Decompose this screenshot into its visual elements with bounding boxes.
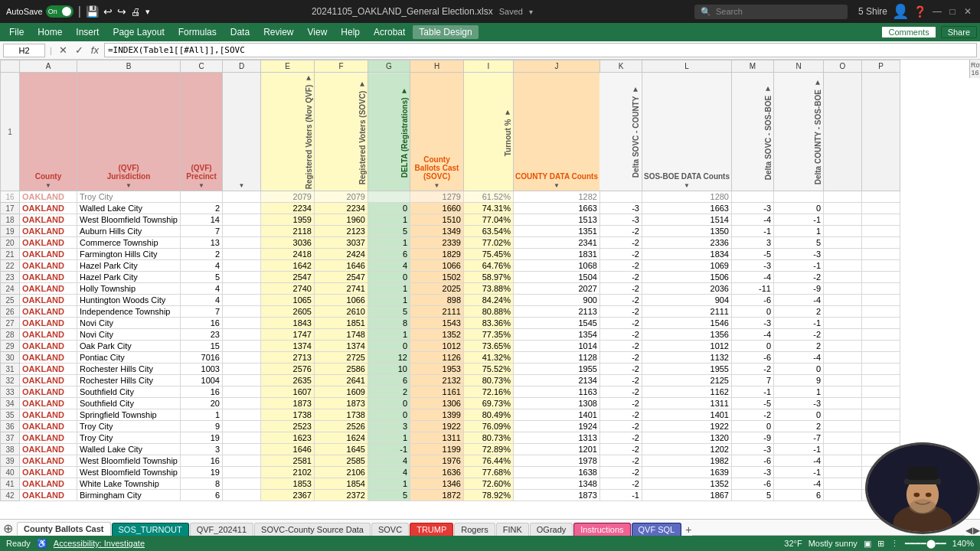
tab-fink[interactable]: FINK: [496, 523, 529, 536]
table-cell[interactable]: 1132: [642, 352, 731, 364]
table-cell[interactable]: 0: [732, 306, 774, 318]
table-cell[interactable]: 4: [181, 295, 223, 306]
table-cell[interactable]: 12: [368, 352, 410, 364]
table-cell[interactable]: 0: [774, 409, 824, 421]
table-cell[interactable]: 78.92%: [464, 490, 514, 501]
table-cell[interactable]: -2: [599, 318, 642, 329]
table-cell[interactable]: [223, 260, 261, 272]
autosave-toggle[interactable]: On: [46, 5, 74, 18]
table-cell[interactable]: 1163: [514, 386, 600, 398]
table-cell[interactable]: 58.97%: [464, 272, 514, 283]
table-cell[interactable]: 34: [1, 398, 20, 409]
menu-formulas[interactable]: Formulas: [172, 25, 223, 39]
table-cell[interactable]: 19: [181, 467, 223, 478]
table-cell[interactable]: 3: [181, 444, 223, 455]
table-cell[interactable]: 1: [368, 283, 410, 295]
table-cell[interactable]: [862, 249, 900, 260]
table-cell[interactable]: 64.76%: [464, 260, 514, 272]
table-cell[interactable]: 75.52%: [464, 364, 514, 375]
table-cell[interactable]: [824, 467, 862, 478]
table-cell[interactable]: 5: [181, 272, 223, 283]
table-cell[interactable]: 2234: [315, 203, 368, 214]
table-cell[interactable]: 0: [732, 421, 774, 432]
table-cell[interactable]: 1978: [514, 455, 600, 467]
add-tab-plus[interactable]: +: [685, 523, 691, 536]
table-cell[interactable]: -2: [599, 467, 642, 478]
table-cell[interactable]: 24: [1, 283, 20, 295]
table-cell[interactable]: -4: [774, 295, 824, 306]
table-cell[interactable]: 83.36%: [464, 318, 514, 329]
table-cell[interactable]: 1: [774, 226, 824, 237]
table-cell[interactable]: -3: [599, 214, 642, 226]
col-a-header[interactable]: A: [20, 60, 77, 73]
table-cell[interactable]: -9: [732, 432, 774, 444]
table-cell[interactable]: 2741: [315, 283, 368, 295]
table-cell[interactable]: Walled Lake City: [77, 444, 181, 455]
table-cell[interactable]: 1308: [514, 398, 600, 409]
table-cell[interactable]: 1638: [514, 467, 600, 478]
table-cell[interactable]: -2: [599, 455, 642, 467]
table-cell[interactable]: 4: [368, 260, 410, 272]
table-cell[interactable]: -3: [774, 249, 824, 260]
table-cell[interactable]: Southfield City: [77, 398, 181, 409]
table-cell[interactable]: OAKLAND: [20, 283, 77, 295]
table-cell[interactable]: -2: [774, 329, 824, 341]
tab-trump[interactable]: TRUMP: [410, 523, 453, 536]
col-n-header[interactable]: N: [774, 60, 824, 73]
table-cell[interactable]: 2585: [315, 455, 368, 467]
hdr-county-data[interactable]: COUNTY DATA Counts▼: [514, 73, 600, 191]
table-cell[interactable]: 1162: [642, 386, 731, 398]
table-cell[interactable]: [223, 490, 261, 501]
table-cell[interactable]: [862, 364, 900, 375]
menu-table-design[interactable]: Table Design: [413, 25, 478, 39]
table-cell[interactable]: 1126: [410, 352, 464, 364]
view-normal-icon[interactable]: ▣: [864, 539, 871, 549]
table-cell[interactable]: Birmingham City: [77, 490, 181, 501]
table-cell[interactable]: [824, 455, 862, 467]
table-cell[interactable]: Rochester Hills City: [77, 364, 181, 375]
name-box[interactable]: H2: [3, 44, 45, 57]
table-cell[interactable]: 900: [514, 295, 600, 306]
table-cell[interactable]: 2336: [642, 237, 731, 249]
table-cell[interactable]: 1202: [642, 444, 731, 455]
table-cell[interactable]: -3: [732, 444, 774, 455]
table-cell[interactable]: [223, 467, 261, 478]
table-cell[interactable]: 2113: [514, 306, 600, 318]
table-cell[interactable]: [824, 386, 862, 398]
table-cell[interactable]: 17: [1, 203, 20, 214]
table-cell[interactable]: [223, 272, 261, 283]
menu-help[interactable]: Help: [335, 25, 366, 39]
table-cell[interactable]: 80.73%: [464, 432, 514, 444]
table-cell[interactable]: 1306: [410, 398, 464, 409]
table-cell[interactable]: Hazel Park City: [77, 272, 181, 283]
table-cell[interactable]: 1851: [315, 318, 368, 329]
table-cell[interactable]: 1872: [410, 490, 464, 501]
table-cell[interactable]: [824, 444, 862, 455]
table-cell[interactable]: Springfield Township: [77, 409, 181, 421]
table-cell[interactable]: -9: [774, 283, 824, 295]
table-cell[interactable]: 2725: [315, 352, 368, 364]
table-cell[interactable]: OAKLAND: [20, 478, 77, 490]
table-cell[interactable]: -3: [732, 467, 774, 478]
table-cell[interactable]: Walled Lake City: [77, 203, 181, 214]
menu-home[interactable]: Home: [31, 25, 68, 39]
table-cell[interactable]: -1: [774, 467, 824, 478]
table-cell[interactable]: 0: [368, 409, 410, 421]
table-cell[interactable]: 1514: [642, 214, 731, 226]
table-cell[interactable]: 2547: [315, 272, 368, 283]
table-cell[interactable]: OAKLAND: [20, 295, 77, 306]
table-cell[interactable]: [223, 249, 261, 260]
table-cell[interactable]: Novi City: [77, 329, 181, 341]
maximize-btn[interactable]: □: [946, 5, 959, 18]
table-cell[interactable]: 1922: [410, 421, 464, 432]
table-cell[interactable]: 74.31%: [464, 203, 514, 214]
table-cell[interactable]: 1639: [642, 467, 731, 478]
table-cell[interactable]: 27: [1, 318, 20, 329]
table-cell[interactable]: [862, 295, 900, 306]
table-cell[interactable]: 20: [1, 237, 20, 249]
col-b-header[interactable]: B: [77, 60, 181, 73]
table-cell[interactable]: 75.45%: [464, 249, 514, 260]
customize-icon[interactable]: ▾: [145, 7, 150, 17]
table-cell[interactable]: 6: [774, 490, 824, 501]
table-cell[interactable]: OAKLAND: [20, 467, 77, 478]
